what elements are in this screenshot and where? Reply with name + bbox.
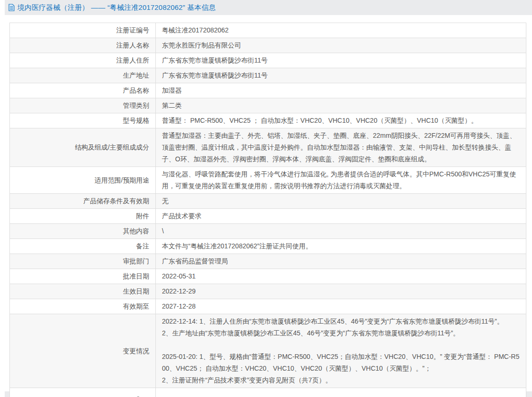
table-row: 型号规格 普通型： PMC-R500、VHC25 ； 自动加水型：VHC20、V… bbox=[10, 113, 526, 128]
row-value: 本文件与“粤械注准20172082062”注册证共同使用。 bbox=[156, 239, 526, 254]
row-label: 批准日期 bbox=[10, 269, 156, 284]
table-row: 注册人名称 东莞永胜医疗制品有限公司 bbox=[10, 38, 526, 53]
row-label: 管理类别 bbox=[10, 98, 156, 113]
row-value: 广东省东莞市塘厦镇桥陇沙布街11号 bbox=[156, 68, 526, 83]
row-label: 注册人名称 bbox=[10, 38, 156, 53]
row-label: 注 bbox=[10, 388, 156, 397]
row-value: 加湿器 bbox=[156, 83, 526, 98]
row-label: 有效期至 bbox=[10, 299, 156, 314]
table-row: 生产地址 广东省东莞市塘厦镇桥陇沙布街11号 bbox=[10, 68, 526, 83]
row-value: 无 bbox=[156, 194, 526, 209]
row-value: 2027-12-28 bbox=[156, 299, 526, 314]
row-label: 型号规格 bbox=[10, 113, 156, 128]
row-value: 普通型加湿器：主要由盖子、外壳、铝塔、加湿纸、夹子、垫圈、底座、22mm阴阳接头… bbox=[156, 128, 526, 167]
table-row: 适用范围/预期用途 与湿化器、呼吸管路配套使用，将干冷气体进行加温湿化, 为患者… bbox=[10, 167, 526, 194]
row-value: 与湿化器、呼吸管路配套使用，将干冷气体进行加温湿化, 为患者提供合适的呼吸气体。… bbox=[156, 167, 526, 194]
row-label: 备注 bbox=[10, 239, 156, 254]
row-label: 生产地址 bbox=[10, 68, 156, 83]
row-value: 第二类 bbox=[156, 98, 526, 113]
row-label: 产品储存条件及有效期 bbox=[10, 194, 156, 209]
table-row: 审批部门 广东省药品监督管理局 bbox=[10, 254, 526, 269]
row-label: 审批部门 bbox=[10, 254, 156, 269]
table-row-note: 注 详情 bbox=[10, 388, 526, 397]
table-row: 注册人住所 广东省东莞市塘厦镇桥陇沙布街11号 bbox=[10, 53, 526, 68]
row-value: \ bbox=[156, 224, 526, 239]
row-label: 变更情况 bbox=[10, 314, 156, 388]
row-label: 生效日期 bbox=[10, 284, 156, 299]
table-row: 管理类别 第二类 bbox=[10, 98, 526, 113]
registration-info-table: 注册证编号 粤械注准20172082062 注册人名称 东莞永胜医疗制品有限公司… bbox=[9, 23, 526, 397]
row-label: 其他内容 bbox=[10, 224, 156, 239]
table-row: 有效期至 2027-12-28 bbox=[10, 299, 526, 314]
table-row: 其他内容 \ bbox=[10, 224, 526, 239]
row-label: 产品名称 bbox=[10, 83, 156, 98]
row-value: 粤械注准20172082062 bbox=[156, 23, 526, 38]
row-value: 2022-05-31 bbox=[156, 269, 526, 284]
row-value: 普通型： PMC-R500、VHC25 ； 自动加水型：VHC20、VHC10、… bbox=[156, 113, 526, 128]
row-value: 详情 bbox=[156, 388, 526, 397]
row-value: 广东省东莞市塘厦镇桥陇沙布街11号 bbox=[156, 53, 526, 68]
row-value: 产品技术要求 bbox=[156, 209, 526, 224]
table-row: 批准日期 2022-05-31 bbox=[10, 269, 526, 284]
table-row: 附件 产品技术要求 bbox=[10, 209, 526, 224]
table-row-change-history: 变更情况 2022-12-14: 1、注册人住所由“东莞市塘厦镇桥陇沙布工业区4… bbox=[10, 314, 526, 388]
row-label: 附件 bbox=[10, 209, 156, 224]
row-value: 东莞永胜医疗制品有限公司 bbox=[156, 38, 526, 53]
row-value: 2022-12-14: 1、注册人住所由“东莞市塘厦镇桥陇沙布工业区45、46号… bbox=[156, 314, 526, 388]
document-icon bbox=[8, 4, 15, 11]
row-label: 注册人住所 bbox=[10, 53, 156, 68]
table-row: 结构及组成/主要组成成分 普通型加湿器：主要由盖子、外壳、铝塔、加湿纸、夹子、垫… bbox=[10, 128, 526, 167]
table-row: 备注 本文件与“粤械注准20172082062”注册证共同使用。 bbox=[10, 239, 526, 254]
page-container: 境内医疗器械（注册） —— “粤械注准20172082062” 基本信息 注册证… bbox=[5, 0, 532, 397]
table-row: 产品名称 加湿器 bbox=[10, 83, 526, 98]
table-row: 产品储存条件及有效期 无 bbox=[10, 194, 526, 209]
row-label: 结构及组成/主要组成成分 bbox=[10, 128, 156, 167]
row-label: 注册证编号 bbox=[10, 23, 156, 38]
table-row: 生效日期 2022-12-29 bbox=[10, 284, 526, 299]
page-title: 境内医疗器械（注册） —— “粤械注准20172082062” 基本信息 bbox=[17, 3, 216, 12]
row-value: 2022-12-29 bbox=[156, 284, 526, 299]
table-row: 注册证编号 粤械注准20172082062 bbox=[10, 23, 526, 38]
row-value: 广东省药品监督管理局 bbox=[156, 254, 526, 269]
row-label: 适用范围/预期用途 bbox=[10, 167, 156, 194]
page-header: 境内医疗器械（注册） —— “粤械注准20172082062” 基本信息 bbox=[5, 0, 532, 15]
content-panel: 注册证编号 粤械注准20172082062 注册人名称 东莞永胜医疗制品有限公司… bbox=[5, 15, 532, 391]
